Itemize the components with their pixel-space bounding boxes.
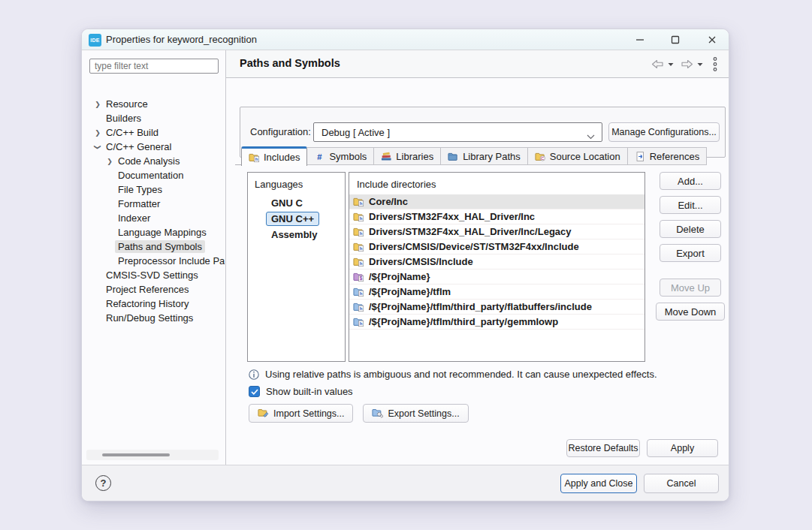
delete-button[interactable]: Delete (660, 220, 721, 238)
tab-symbols[interactable]: #Symbols (307, 147, 374, 165)
svg-text:h: h (360, 245, 363, 251)
filter-input[interactable] (89, 59, 219, 74)
sidebar-item-label: Documentation (115, 169, 186, 182)
workspace-folder-icon: h (353, 316, 364, 327)
dialog-footer: ? Apply and Close Cancel (82, 465, 729, 501)
forward-button[interactable] (680, 59, 694, 70)
languages-listbox: Languages GNU CGNU C++Assembly (247, 172, 346, 362)
tab-includes[interactable]: hIncludes (241, 146, 307, 166)
tab-references[interactable]: References (628, 147, 707, 165)
list-action-buttons: Add...Edit...DeleteExportMove UpMove Dow… (656, 172, 725, 327)
cancel-button[interactable]: Cancel (644, 474, 719, 493)
tree-expander-icon[interactable]: ❯ (92, 101, 103, 108)
sidebar-item-label: Builders (103, 112, 144, 125)
show-builtin-checkbox[interactable] (249, 386, 260, 397)
sidebar-item-code-analysis[interactable]: ❯Code Analysis (82, 154, 225, 168)
sidebar-item-paths-and-symbols[interactable]: Paths and Symbols (82, 239, 225, 254)
sidebar-item-label: Formatter (115, 197, 163, 210)
language-item-gnu-c[interactable]: GNU C (248, 195, 345, 211)
include-directory-row[interactable]: hDrivers/CMSIS/Include (349, 254, 644, 270)
include-path-label: /${ProjName}/tflm (369, 286, 451, 297)
svg-text:h: h (360, 260, 363, 266)
restore-defaults-button[interactable]: Restore Defaults (566, 439, 640, 457)
apply-button[interactable]: Apply (647, 439, 718, 457)
sidebar-item-run-debug-settings[interactable]: Run/Debug Settings (82, 311, 225, 325)
svg-text:h: h (360, 291, 363, 296)
move-up-button[interactable]: Move Up (660, 279, 721, 297)
scrollbar-thumb[interactable] (102, 453, 170, 456)
tree-expander-icon[interactable]: ❯ (104, 158, 115, 165)
view-menu-icon (712, 56, 718, 72)
export-settings-button[interactable]: Export Settings... (363, 404, 468, 423)
hash-icon: # (314, 151, 325, 162)
info-row: Using relative paths is ambiguous and no… (249, 369, 657, 380)
language-item-gnu-c-[interactable]: GNU C++ (248, 211, 345, 227)
include-directory-row[interactable]: hDrivers/CMSIS/Device/ST/STM32F4xx/Inclu… (349, 239, 644, 254)
tree-expander-icon[interactable]: ❯ (94, 142, 101, 152)
sidebar-horizontal-scrollbar[interactable] (86, 450, 219, 460)
sidebar-item-builders[interactable]: Builders (82, 111, 225, 125)
include-directory-row[interactable]: $/${ProjName} (349, 270, 644, 285)
minimize-button[interactable] (626, 29, 654, 50)
maximize-button[interactable] (661, 29, 690, 50)
sidebar-item-indexer[interactable]: Indexer (82, 211, 225, 225)
sidebar-item-cmsis-svd-settings[interactable]: CMSIS-SVD Settings (82, 268, 225, 282)
libraries-icon (381, 151, 392, 162)
sidebar-item-formatter[interactable]: Formatter (82, 197, 225, 211)
view-menu-button[interactable] (712, 56, 718, 72)
sidebar-item-label: C/C++ General (103, 140, 174, 153)
include-directory-row[interactable]: h/${ProjName}/tflm/third_party/flatbuffe… (349, 300, 644, 315)
include-directory-row[interactable]: hDrivers/STM32F4xx_HAL_Driver/Inc (349, 209, 644, 224)
sidebar-item-label: Paths and Symbols (115, 240, 205, 253)
sidebar-item-refactoring-history[interactable]: Refactoring History (82, 297, 225, 311)
include-directory-row[interactable]: h/${ProjName}/tflm (349, 285, 644, 300)
export-settings-icon (372, 407, 383, 420)
add--button[interactable]: Add... (660, 172, 721, 190)
sidebar-item-documentation[interactable]: Documentation (82, 168, 225, 182)
language-item-assembly[interactable]: Assembly (248, 227, 345, 242)
include-directory-row[interactable]: hDrivers/STM32F4xx_HAL_Driver/Inc/Legacy (349, 224, 644, 239)
language-label: Assembly (266, 227, 322, 242)
configuration-select[interactable]: Debug [ Active ] (313, 122, 602, 142)
tab-label: Libraries (396, 151, 433, 162)
sidebar-item-c-c-general[interactable]: ❯C/C++ General (82, 140, 225, 154)
close-button[interactable] (698, 29, 726, 50)
sidebar-item-label: Resource (103, 98, 151, 110)
sidebar-item-project-references[interactable]: Project References (82, 282, 225, 297)
forward-history-dropdown[interactable] (697, 62, 703, 67)
help-button[interactable]: ? (95, 475, 111, 491)
page-title: Paths and Symbols (240, 57, 340, 69)
tab-libraries[interactable]: Libraries (374, 147, 441, 165)
configuration-label: Configuration: (250, 126, 311, 137)
sidebar-item-preprocessor-include-pat[interactable]: Preprocessor Include Pat (82, 254, 225, 268)
include-path-label: /${ProjName} (369, 271, 430, 282)
tree-expander-icon[interactable]: ❯ (92, 129, 103, 137)
move-down-button[interactable]: Move Down (656, 303, 725, 321)
svg-text:#: # (318, 152, 323, 161)
info-text: Using relative paths is ambiguous and no… (265, 369, 657, 380)
tab-library-paths[interactable]: Library Paths (441, 147, 528, 165)
apply-and-close-button[interactable]: Apply and Close (560, 474, 637, 493)
include-path-label: /${ProjName}/tflm/third_party/flatbuffer… (369, 301, 592, 312)
include-folder-icon: h (353, 211, 364, 222)
sidebar-item-c-c-build[interactable]: ❯C/C++ Build (82, 125, 225, 140)
include-directory-row[interactable]: hCore/Inc (349, 194, 644, 209)
sidebar-item-language-mappings[interactable]: Language Mappings (82, 225, 225, 239)
include-directory-row[interactable]: h/${ProjName}/tflm/third_party/gemmlowp (349, 315, 644, 330)
include-directories-header: Include directories (357, 179, 436, 190)
back-button[interactable] (651, 59, 665, 70)
tab-label: Library Paths (463, 151, 521, 162)
edit--button[interactable]: Edit... (660, 196, 721, 214)
sidebar-item-label: Code Analysis (115, 155, 183, 167)
tab-source-location[interactable]: CSource Location (528, 147, 628, 165)
question-mark-icon: ? (101, 477, 107, 489)
manage-configurations-button[interactable]: Manage Configurations... (608, 122, 720, 142)
sidebar-item-file-types[interactable]: File Types (82, 182, 225, 197)
sidebar-tree: ❯ResourceBuilders❯C/C++ Build❯C/C++ Gene… (82, 97, 225, 325)
export-button[interactable]: Export (660, 244, 721, 262)
show-builtin-row: Show built-in values (249, 386, 353, 397)
sidebar-item-resource[interactable]: ❯Resource (82, 97, 225, 111)
import-settings-button[interactable]: Import Settings... (249, 404, 353, 423)
include-path-label: Drivers/CMSIS/Include (369, 256, 473, 267)
back-history-dropdown[interactable] (668, 62, 674, 67)
